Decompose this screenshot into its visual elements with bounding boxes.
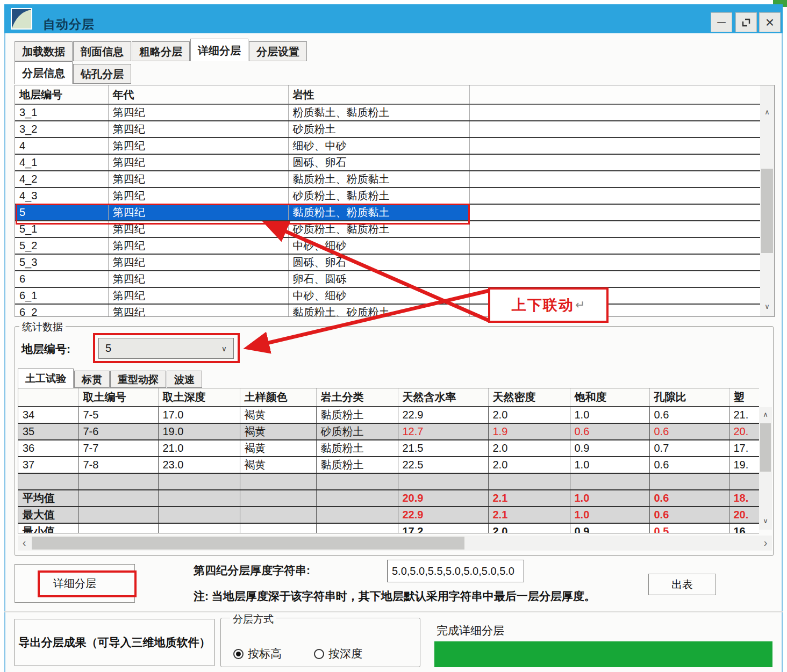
layer-table-cell[interactable]: 第四纪 <box>108 271 288 287</box>
layer-table-row[interactable]: 6第四纪卵石、圆砾 <box>15 271 761 287</box>
layer-table-cell[interactable]: 第四纪 <box>108 121 288 138</box>
stats-table-cell[interactable]: 17.2 <box>398 523 488 533</box>
stats-table-row[interactable]: 最大值22.92.11.00.620. <box>18 507 759 523</box>
layer-table-row[interactable]: 3_1第四纪粉质黏土、黏质粉土 <box>15 104 761 121</box>
layer-table-cell[interactable]: 第四纪 <box>108 154 288 171</box>
stats-table-cell[interactable]: 22.9 <box>398 507 488 523</box>
main-tab[interactable]: 加载数据 <box>15 41 73 61</box>
layer-table-cell[interactable]: 砂质粉土、黏质粉土 <box>288 187 469 204</box>
layer-table-cell[interactable] <box>469 204 761 221</box>
layer-table-row[interactable]: 4_2第四纪黏质粉土、粉质黏土 <box>15 171 761 187</box>
stats-table-hscrollbar[interactable]: ‹ › <box>18 536 772 551</box>
stats-table-cell[interactable]: 7-8 <box>78 457 158 473</box>
stats-table-cell[interactable]: 黏质粉土 <box>316 457 398 473</box>
layer-table-cell[interactable] <box>469 138 761 154</box>
stats-table-cell[interactable] <box>729 473 759 490</box>
layer-table-cell[interactable]: 黏质粉土、砂质粉土 <box>288 304 469 317</box>
main-tab[interactable]: 详细分层 <box>190 39 248 61</box>
radio-by-elevation[interactable] <box>233 649 244 659</box>
stats-table-cell[interactable]: 21.0 <box>158 440 240 457</box>
stats-table-cell[interactable]: 1.0 <box>570 407 649 423</box>
stats-table-cell[interactable]: 1.0 <box>570 490 649 507</box>
stats-table-cell[interactable]: 2.0 <box>488 407 570 423</box>
stats-table-cell[interactable]: 0.6 <box>649 407 729 423</box>
stats-table-cell[interactable] <box>316 473 398 490</box>
stats-table-cell[interactable]: 2.0 <box>488 440 570 457</box>
layer-table-cell[interactable]: 圆砾、卵石 <box>288 254 469 271</box>
layer-table-cell[interactable]: 中砂、细砂 <box>288 287 469 304</box>
layer-table-row[interactable]: 3_2第四纪砂质粉土 <box>15 121 761 138</box>
thickness-string-input[interactable]: 5.0,5.0,5.5,5.0,5.0,5.0,5.0 <box>387 560 524 582</box>
layer-table-cell[interactable]: 第四纪 <box>108 171 288 187</box>
scroll-right-icon[interactable]: › <box>759 536 772 551</box>
layer-table-cell[interactable]: 5_2 <box>15 237 108 254</box>
layer-table-cell[interactable] <box>469 121 761 138</box>
stats-table-cell[interactable]: 0.6 <box>570 423 649 440</box>
layer-table-cell[interactable]: 3_1 <box>15 104 108 121</box>
stats-table-cell[interactable]: 2.1 <box>488 490 570 507</box>
layer-table-cell[interactable]: 6_1 <box>15 287 108 304</box>
layer-table-cell[interactable]: 3_2 <box>15 121 108 138</box>
layer-table-cell[interactable]: 6 <box>15 271 108 287</box>
stats-table-cell[interactable]: 23.0 <box>158 457 240 473</box>
stats-table-cell[interactable] <box>316 490 398 507</box>
stats-table-cell[interactable] <box>158 523 240 533</box>
stats-table-row[interactable]: 367-721.0褐黄黏质粉土21.52.00.90.717. <box>18 440 759 457</box>
stats-table-cell[interactable]: 37 <box>18 457 78 473</box>
layer-table-cell[interactable]: 细砂、中砂 <box>288 138 469 154</box>
stats-tab[interactable]: 土工试验 <box>18 368 74 388</box>
stats-table-cell[interactable]: 34 <box>18 407 78 423</box>
layer-table-cell[interactable]: 5_3 <box>15 254 108 271</box>
main-tab[interactable]: 粗略分层 <box>132 41 190 61</box>
layer-table-cell[interactable] <box>469 271 761 287</box>
stats-table-cell[interactable]: 20. <box>729 423 759 440</box>
stats-table-cell[interactable]: 0.9 <box>570 440 649 457</box>
scroll-up-icon[interactable]: ∧ <box>760 106 774 119</box>
stats-table-cell[interactable]: 17.0 <box>158 407 240 423</box>
stats-table-cell[interactable]: 7-5 <box>78 407 158 423</box>
stats-table-row[interactable]: 357-619.0褐黄砂质粉土12.71.90.60.620. <box>18 423 759 440</box>
stats-table-cell[interactable]: 0.9 <box>570 523 649 533</box>
layer-table-cell[interactable]: 第四纪 <box>108 237 288 254</box>
stats-table-cell[interactable] <box>78 523 158 533</box>
layer-table-cell[interactable]: 黏质粉土、粉质黏土 <box>288 171 469 187</box>
stats-table-cell[interactable]: 1.9 <box>488 423 570 440</box>
stats-table-cell[interactable]: 17. <box>729 440 759 457</box>
stats-table-cell[interactable] <box>158 507 240 523</box>
stats-table-cell[interactable]: 7-7 <box>78 440 158 457</box>
layer-table-row[interactable]: 5_2第四纪中砂、细砂 <box>15 237 761 254</box>
stats-tab[interactable]: 重型动探 <box>110 371 166 388</box>
stats-table-cell[interactable]: 0.7 <box>649 440 729 457</box>
layer-table-cell[interactable]: 卵石、圆砾 <box>288 271 469 287</box>
scroll-up-icon[interactable]: ∧ <box>759 408 772 421</box>
layer-table-cell[interactable] <box>469 154 761 171</box>
stats-table-cell[interactable] <box>488 473 570 490</box>
layer-table-scrollbar[interactable]: ∧ ∨ <box>760 85 774 316</box>
stats-table-cell[interactable]: 18. <box>729 490 759 507</box>
stats-table-cell[interactable]: 0.6 <box>649 457 729 473</box>
stats-table-cell[interactable]: 0.5 <box>649 523 729 533</box>
layer-table-cell[interactable]: 6_2 <box>15 304 108 317</box>
stats-table-cell[interactable]: 20. <box>729 507 759 523</box>
layer-table-cell[interactable]: 第四纪 <box>108 304 288 317</box>
sub-tab[interactable]: 分层信息 <box>15 61 73 84</box>
main-tab[interactable]: 剖面信息 <box>73 41 131 61</box>
stats-table-cell[interactable]: 7-6 <box>78 423 158 440</box>
stats-table-cell[interactable]: 砂质粉土 <box>316 423 398 440</box>
stats-table-cell[interactable]: 21.5 <box>398 440 488 457</box>
layer-table-cell[interactable] <box>469 221 761 237</box>
stats-table-cell[interactable]: 最小值 <box>18 523 78 533</box>
layer-table-row[interactable]: 4_3第四纪砂质粉土、黏质粉土 <box>15 187 761 204</box>
scrollbar-thumb[interactable] <box>760 423 771 472</box>
stats-table-cell[interactable]: 0.6 <box>649 490 729 507</box>
stats-table-cell[interactable]: 1.0 <box>570 507 649 523</box>
stats-table-cell[interactable] <box>158 473 240 490</box>
stats-table-row[interactable]: 347-517.0褐黄黏质粉土22.92.01.00.621. <box>18 407 759 423</box>
stats-table-cell[interactable] <box>316 523 398 533</box>
stats-table-cell[interactable] <box>570 473 649 490</box>
hscrollbar-thumb[interactable] <box>32 537 464 550</box>
stats-table-cell[interactable]: 19. <box>729 457 759 473</box>
scroll-down-icon[interactable]: ∨ <box>760 300 774 313</box>
stats-table-cell[interactable] <box>158 490 240 507</box>
stats-table-cell[interactable] <box>78 490 158 507</box>
